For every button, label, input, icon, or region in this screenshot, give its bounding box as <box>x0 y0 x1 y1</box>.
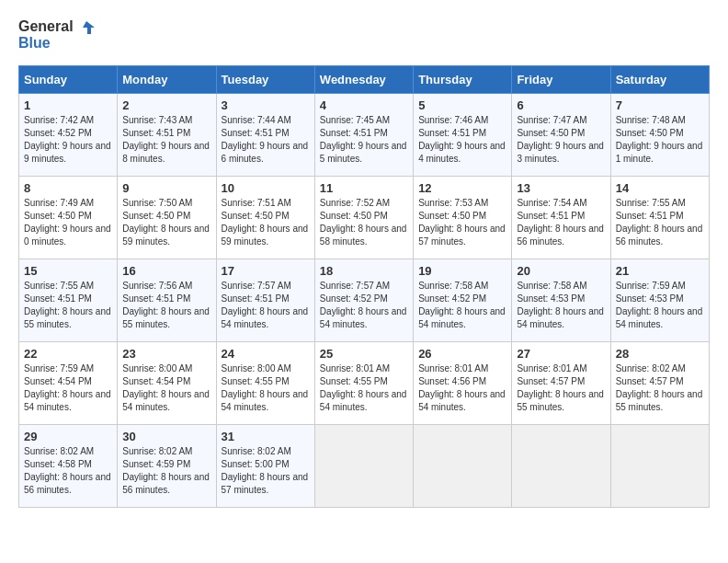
day-number: 26 <box>418 347 506 361</box>
day-number: 13 <box>517 181 605 195</box>
cell-info: Sunrise: 7:58 AM Sunset: 4:53 PM Dayligh… <box>517 280 605 331</box>
day-number: 3 <box>222 98 310 112</box>
calendar-cell: 31 Sunrise: 8:02 AM Sunset: 5:00 PM Dayl… <box>216 425 314 508</box>
cell-info: Sunrise: 7:55 AM Sunset: 4:51 PM Dayligh… <box>616 197 704 248</box>
calendar-cell: 23 Sunrise: 8:00 AM Sunset: 4:54 PM Dayl… <box>118 342 216 425</box>
calendar-cell: 14 Sunrise: 7:55 AM Sunset: 4:51 PM Dayl… <box>610 177 709 259</box>
calendar-cell: 2 Sunrise: 7:43 AM Sunset: 4:51 PM Dayli… <box>118 94 216 177</box>
day-number: 29 <box>24 430 112 443</box>
calendar-cell: 24 Sunrise: 8:00 AM Sunset: 4:55 PM Dayl… <box>216 342 314 425</box>
day-number: 19 <box>418 264 506 278</box>
day-number: 23 <box>122 347 210 361</box>
calendar-cell <box>610 425 709 508</box>
day-number: 9 <box>122 181 210 195</box>
weekday-header: Friday <box>512 66 610 94</box>
day-number: 20 <box>517 264 605 278</box>
weekday-header: Thursday <box>414 66 512 94</box>
cell-info: Sunrise: 7:43 AM Sunset: 4:51 PM Dayligh… <box>122 114 210 166</box>
logo-text-block: General Blue <box>18 18 95 51</box>
weekday-header: Sunday <box>19 66 118 94</box>
calendar-cell: 9 Sunrise: 7:50 AM Sunset: 4:50 PM Dayli… <box>118 177 216 259</box>
cell-info: Sunrise: 7:56 AM Sunset: 4:51 PM Dayligh… <box>122 280 210 331</box>
cell-info: Sunrise: 7:50 AM Sunset: 4:50 PM Dayligh… <box>122 197 210 248</box>
cell-info: Sunrise: 7:57 AM Sunset: 4:52 PM Dayligh… <box>320 280 408 331</box>
cell-info: Sunrise: 8:02 AM Sunset: 4:58 PM Dayligh… <box>24 445 112 497</box>
calendar-cell: 20 Sunrise: 7:58 AM Sunset: 4:53 PM Dayl… <box>512 259 610 342</box>
cell-info: Sunrise: 7:48 AM Sunset: 4:50 PM Dayligh… <box>616 114 704 166</box>
day-number: 7 <box>616 98 704 112</box>
calendar-cell: 5 Sunrise: 7:46 AM Sunset: 4:51 PM Dayli… <box>414 94 512 177</box>
calendar-cell: 17 Sunrise: 7:57 AM Sunset: 4:51 PM Dayl… <box>216 259 314 342</box>
weekday-header: Monday <box>118 66 216 94</box>
calendar-cell: 1 Sunrise: 7:42 AM Sunset: 4:52 PM Dayli… <box>19 94 118 177</box>
calendar-cell: 25 Sunrise: 8:01 AM Sunset: 4:55 PM Dayl… <box>314 342 413 425</box>
day-number: 24 <box>222 347 310 361</box>
cell-info: Sunrise: 7:45 AM Sunset: 4:51 PM Dayligh… <box>320 114 408 166</box>
cell-info: Sunrise: 8:01 AM Sunset: 4:57 PM Dayligh… <box>517 362 605 414</box>
calendar-cell: 15 Sunrise: 7:55 AM Sunset: 4:51 PM Dayl… <box>19 259 118 342</box>
weekday-header: Wednesday <box>314 66 413 94</box>
cell-info: Sunrise: 7:59 AM Sunset: 4:53 PM Dayligh… <box>616 280 704 331</box>
calendar-week-row: 1 Sunrise: 7:42 AM Sunset: 4:52 PM Dayli… <box>19 94 710 177</box>
day-number: 30 <box>122 430 210 443</box>
cell-info: Sunrise: 7:47 AM Sunset: 4:50 PM Dayligh… <box>517 114 605 166</box>
day-number: 12 <box>418 181 506 195</box>
calendar-week-row: 8 Sunrise: 7:49 AM Sunset: 4:50 PM Dayli… <box>19 177 710 259</box>
calendar-cell: 12 Sunrise: 7:53 AM Sunset: 4:50 PM Dayl… <box>414 177 512 259</box>
day-number: 18 <box>320 264 408 278</box>
cell-info: Sunrise: 8:02 AM Sunset: 5:00 PM Dayligh… <box>222 445 310 497</box>
calendar-cell: 13 Sunrise: 7:54 AM Sunset: 4:51 PM Dayl… <box>512 177 610 259</box>
cell-info: Sunrise: 7:52 AM Sunset: 4:50 PM Dayligh… <box>320 197 408 248</box>
cell-info: Sunrise: 7:53 AM Sunset: 4:50 PM Dayligh… <box>418 197 506 248</box>
day-number: 17 <box>222 264 310 278</box>
calendar-week-row: 15 Sunrise: 7:55 AM Sunset: 4:51 PM Dayl… <box>19 259 710 342</box>
day-number: 31 <box>222 430 310 443</box>
day-number: 8 <box>24 181 112 195</box>
calendar-cell <box>314 425 413 508</box>
weekday-header-row: SundayMondayTuesdayWednesdayThursdayFrid… <box>19 66 710 94</box>
day-number: 10 <box>222 181 310 195</box>
day-number: 2 <box>122 98 210 112</box>
calendar-cell: 21 Sunrise: 7:59 AM Sunset: 4:53 PM Dayl… <box>610 259 709 342</box>
calendar-week-row: 29 Sunrise: 8:02 AM Sunset: 4:58 PM Dayl… <box>19 425 710 508</box>
day-number: 16 <box>122 264 210 278</box>
weekday-header: Saturday <box>610 66 709 94</box>
day-number: 11 <box>320 181 408 195</box>
page-header: General Blue <box>18 18 710 51</box>
calendar-cell <box>512 425 610 508</box>
logo-bird-icon <box>78 20 95 35</box>
calendar-cell: 22 Sunrise: 7:59 AM Sunset: 4:54 PM Dayl… <box>19 342 118 425</box>
cell-info: Sunrise: 8:01 AM Sunset: 4:55 PM Dayligh… <box>320 362 408 414</box>
day-number: 14 <box>616 181 704 195</box>
cell-info: Sunrise: 7:44 AM Sunset: 4:51 PM Dayligh… <box>222 114 310 166</box>
day-number: 27 <box>517 347 605 361</box>
day-number: 6 <box>517 98 605 112</box>
calendar-cell: 26 Sunrise: 8:01 AM Sunset: 4:56 PM Dayl… <box>414 342 512 425</box>
cell-info: Sunrise: 7:54 AM Sunset: 4:51 PM Dayligh… <box>517 197 605 248</box>
cell-info: Sunrise: 8:01 AM Sunset: 4:56 PM Dayligh… <box>418 362 506 414</box>
calendar-cell: 28 Sunrise: 8:02 AM Sunset: 4:57 PM Dayl… <box>610 342 709 425</box>
day-number: 22 <box>24 347 112 361</box>
day-number: 21 <box>616 264 704 278</box>
calendar-cell: 29 Sunrise: 8:02 AM Sunset: 4:58 PM Dayl… <box>19 425 118 508</box>
cell-info: Sunrise: 7:46 AM Sunset: 4:51 PM Dayligh… <box>418 114 506 166</box>
cell-info: Sunrise: 7:42 AM Sunset: 4:52 PM Dayligh… <box>24 114 112 166</box>
cell-info: Sunrise: 8:02 AM Sunset: 4:59 PM Dayligh… <box>122 445 210 497</box>
calendar-week-row: 22 Sunrise: 7:59 AM Sunset: 4:54 PM Dayl… <box>19 342 710 425</box>
calendar-cell: 30 Sunrise: 8:02 AM Sunset: 4:59 PM Dayl… <box>118 425 216 508</box>
calendar-cell: 27 Sunrise: 8:01 AM Sunset: 4:57 PM Dayl… <box>512 342 610 425</box>
logo: General Blue <box>18 18 95 51</box>
cell-info: Sunrise: 8:02 AM Sunset: 4:57 PM Dayligh… <box>616 362 704 414</box>
calendar-cell <box>414 425 512 508</box>
calendar-cell: 4 Sunrise: 7:45 AM Sunset: 4:51 PM Dayli… <box>314 94 413 177</box>
cell-info: Sunrise: 7:49 AM Sunset: 4:50 PM Dayligh… <box>24 197 112 248</box>
calendar-cell: 8 Sunrise: 7:49 AM Sunset: 4:50 PM Dayli… <box>19 177 118 259</box>
calendar-cell: 3 Sunrise: 7:44 AM Sunset: 4:51 PM Dayli… <box>216 94 314 177</box>
cell-info: Sunrise: 8:00 AM Sunset: 4:54 PM Dayligh… <box>122 362 210 414</box>
day-number: 4 <box>320 98 408 112</box>
cell-info: Sunrise: 7:57 AM Sunset: 4:51 PM Dayligh… <box>222 280 310 331</box>
weekday-header: Tuesday <box>216 66 314 94</box>
cell-info: Sunrise: 7:51 AM Sunset: 4:50 PM Dayligh… <box>222 197 310 248</box>
day-number: 5 <box>418 98 506 112</box>
calendar-cell: 11 Sunrise: 7:52 AM Sunset: 4:50 PM Dayl… <box>314 177 413 259</box>
